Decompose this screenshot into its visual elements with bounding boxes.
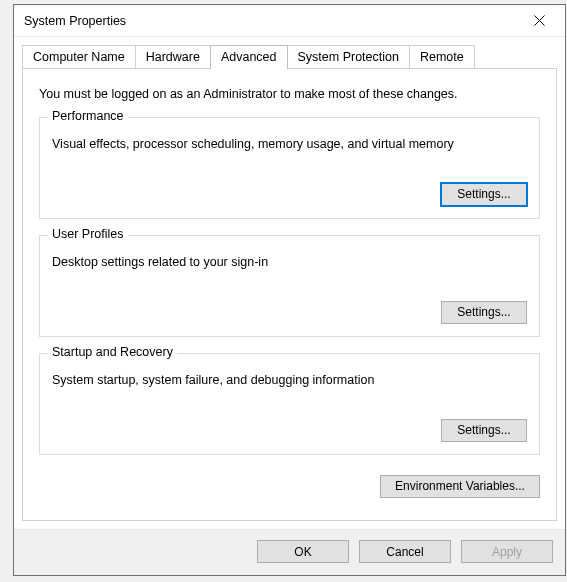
user-profiles-btn-row: Settings... [52, 301, 527, 324]
system-properties-dialog: System Properties Computer Name Hardware… [13, 4, 566, 576]
user-profiles-title: User Profiles [48, 227, 128, 241]
tab-system-protection[interactable]: System Protection [287, 45, 410, 68]
startup-recovery-group: Startup and Recovery System startup, sys… [39, 353, 540, 455]
advanced-panel: You must be logged on as an Administrato… [22, 68, 557, 521]
dialog-button-bar: OK Cancel Apply [14, 529, 565, 575]
performance-group: Performance Visual effects, processor sc… [39, 117, 540, 219]
user-profiles-settings-button[interactable]: Settings... [441, 301, 527, 324]
tab-computer-name[interactable]: Computer Name [22, 45, 136, 68]
startup-recovery-title: Startup and Recovery [48, 345, 177, 359]
performance-title: Performance [48, 109, 128, 123]
apply-button[interactable]: Apply [461, 540, 553, 563]
window-title: System Properties [24, 14, 126, 28]
env-vars-row: Environment Variables... [39, 475, 540, 498]
close-icon [534, 15, 545, 26]
tabstrip: Computer Name Hardware Advanced System P… [14, 37, 565, 68]
performance-settings-button[interactable]: Settings... [441, 183, 527, 206]
tab-hardware[interactable]: Hardware [135, 45, 211, 68]
performance-btn-row: Settings... [52, 183, 527, 206]
startup-recovery-desc: System startup, system failure, and debu… [52, 372, 527, 389]
user-profiles-desc: Desktop settings related to your sign-in [52, 254, 527, 271]
titlebar: System Properties [14, 5, 565, 37]
performance-desc: Visual effects, processor scheduling, me… [52, 136, 527, 153]
close-button[interactable] [517, 6, 561, 36]
startup-recovery-settings-button[interactable]: Settings... [441, 419, 527, 442]
cancel-button[interactable]: Cancel [359, 540, 451, 563]
environment-variables-button[interactable]: Environment Variables... [380, 475, 540, 498]
ok-button[interactable]: OK [257, 540, 349, 563]
user-profiles-group: User Profiles Desktop settings related t… [39, 235, 540, 337]
admin-notice: You must be logged on as an Administrato… [39, 87, 540, 101]
tab-advanced[interactable]: Advanced [210, 45, 288, 69]
startup-recovery-btn-row: Settings... [52, 419, 527, 442]
tab-remote[interactable]: Remote [409, 45, 475, 68]
